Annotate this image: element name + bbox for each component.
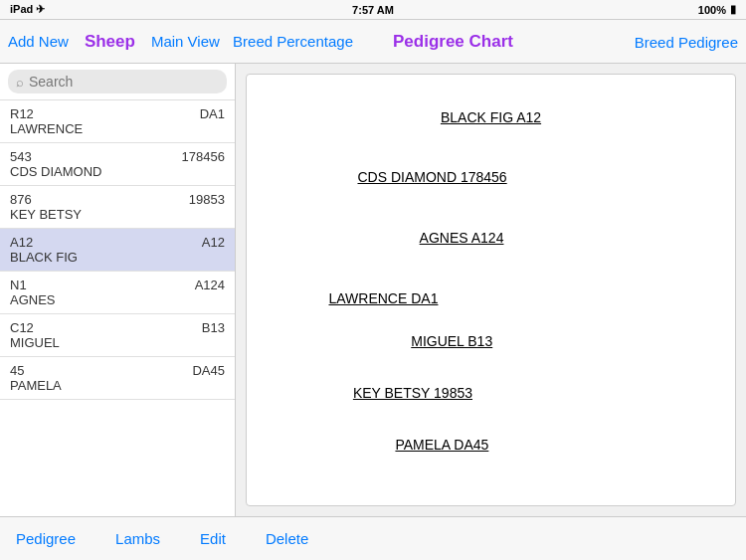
search-input-wrap[interactable]: ⌕ (8, 70, 227, 93)
sheep-info: 543 178456 CDS DIAMOND (10, 149, 225, 179)
sheep-id: 876 (10, 192, 65, 207)
sheep-list-item[interactable]: 543 178456 CDS DIAMOND (0, 143, 235, 186)
add-new-button[interactable]: Add New (8, 33, 69, 50)
sheep-code: DA45 (192, 363, 225, 378)
nav-center: Breed Percentage Pedigree Chart (233, 32, 513, 52)
sheep-id: 45 (10, 363, 65, 378)
sheep-name: CDS DIAMOND (10, 164, 225, 179)
sheep-code: DA1 (200, 106, 225, 121)
sheep-list-item[interactable]: N1 A124 AGNES (0, 272, 235, 314)
pedigree-node[interactable]: BLACK FIG A12 (441, 109, 541, 125)
pedigree-node[interactable]: PAMELA DA45 (395, 437, 488, 453)
sheep-info: 876 19853 KEY BETSY (10, 192, 225, 222)
sheep-info: 45 DA45 PAMELA (10, 363, 225, 393)
pedigree-node[interactable]: MIGUEL B13 (411, 333, 492, 349)
pedigree-node[interactable]: KEY BETSY 19853 (353, 385, 472, 401)
sheep-info: R12 DA1 LAWRENCE (10, 106, 225, 136)
sheep-name: MIGUEL (10, 335, 225, 350)
sheep-info: N1 A124 AGNES (10, 278, 225, 307)
sheep-id: A12 (10, 235, 65, 250)
main-view-button[interactable]: Main View (151, 33, 220, 50)
sheep-code: A124 (195, 278, 225, 292)
lambs-button[interactable]: Lambs (115, 530, 160, 547)
sheep-code: A12 (202, 235, 225, 250)
sheep-name: LAWRENCE (10, 121, 225, 136)
nav-left: Add New Sheep Main View (8, 32, 220, 52)
sheep-name: AGNES (10, 292, 225, 307)
main-layout: ⌕ R12 DA1 LAWRENCE 543 178456 CDS DIAMON… (0, 64, 746, 516)
nav-bar: Add New Sheep Main View Breed Percentage… (0, 20, 746, 64)
sheep-id: 543 (10, 149, 65, 164)
sheep-list-item[interactable]: A12 A12 BLACK FIG (0, 229, 235, 272)
battery-label: 100% (698, 4, 726, 16)
status-time: 7:57 AM (352, 4, 394, 16)
sheep-title: Sheep (85, 32, 135, 52)
sheep-list-item[interactable]: 876 19853 KEY BETSY (0, 186, 235, 229)
pedigree-chart-box: BLACK FIG A12CDS DIAMOND 178456AGNES A12… (246, 74, 736, 506)
pedigree-chart-title: Pedigree Chart (393, 32, 513, 52)
sheep-name: BLACK FIG (10, 250, 225, 265)
sidebar: ⌕ R12 DA1 LAWRENCE 543 178456 CDS DIAMON… (0, 64, 236, 516)
status-bar: iPad ✈ 7:57 AM 100% ▮ (0, 0, 746, 20)
sheep-list-item[interactable]: 45 DA45 PAMELA (0, 357, 235, 400)
sheep-code: 178456 (182, 149, 225, 164)
pedigree-node[interactable]: CDS DIAMOND 178456 (357, 169, 506, 185)
sheep-info: A12 A12 BLACK FIG (10, 235, 225, 265)
breed-pedigree-button[interactable]: Breed Pedigree (635, 33, 738, 50)
breed-percentage-button[interactable]: Breed Percentage (233, 33, 353, 50)
pedigree-node[interactable]: LAWRENCE DA1 (328, 290, 438, 306)
sheep-id: N1 (10, 278, 65, 292)
pedigree-area: BLACK FIG A12CDS DIAMOND 178456AGNES A12… (236, 64, 746, 516)
sheep-code: B13 (202, 320, 225, 335)
nav-right: Breed Pedigree (635, 33, 738, 50)
sheep-name: PAMELA (10, 378, 225, 393)
pedigree-node[interactable]: AGNES A124 (420, 230, 504, 246)
sheep-id: C12 (10, 320, 65, 335)
status-right: 100% ▮ (698, 3, 736, 16)
edit-button[interactable]: Edit (200, 530, 226, 547)
sheep-list: R12 DA1 LAWRENCE 543 178456 CDS DIAMOND … (0, 100, 235, 516)
sheep-code: 19853 (189, 192, 225, 207)
ipad-label: iPad ✈ (10, 3, 45, 16)
status-left: iPad ✈ (10, 3, 45, 16)
sheep-name: KEY BETSY (10, 207, 225, 222)
delete-button[interactable]: Delete (266, 530, 308, 547)
sheep-info: C12 B13 MIGUEL (10, 320, 225, 350)
sheep-list-item[interactable]: R12 DA1 LAWRENCE (0, 100, 235, 143)
pedigree-button[interactable]: Pedigree (16, 530, 76, 547)
bottom-toolbar: Pedigree Lambs Edit Delete (0, 516, 746, 560)
search-input[interactable] (29, 74, 219, 90)
battery-icon: ▮ (730, 3, 736, 16)
sheep-id: R12 (10, 106, 65, 121)
sheep-list-item[interactable]: C12 B13 MIGUEL (0, 314, 235, 357)
search-icon: ⌕ (16, 75, 24, 90)
search-bar: ⌕ (0, 64, 235, 100)
